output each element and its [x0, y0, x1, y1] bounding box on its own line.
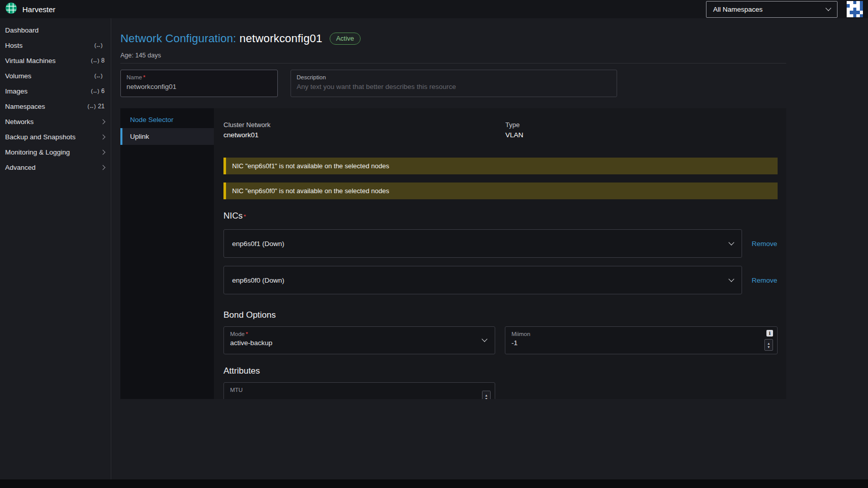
sidebar-item-label: Hosts [5, 42, 94, 49]
description-field: Description [291, 70, 617, 97]
sidebar-item-hosts[interactable]: Hosts (↔) [0, 38, 111, 53]
nic-select-value: enp6s0f1 (Down) [232, 240, 284, 248]
chevron-right-icon [101, 134, 106, 139]
attributes-heading: Attributes [223, 366, 778, 376]
sidebar-item-label: Virtual Machines [5, 57, 91, 65]
harvester-logo-icon [5, 2, 17, 16]
mode-label: Mode [230, 331, 245, 337]
name-field: Name* [120, 70, 278, 97]
status-badge: Active [330, 33, 361, 45]
description-input[interactable] [297, 80, 611, 90]
sidebar-item-networks[interactable]: Networks [0, 114, 111, 129]
page-title-prefix: Network Configuration: [120, 32, 236, 45]
nics-heading: NICs* [223, 211, 778, 221]
sidebar-item-images[interactable]: Images (↔) 6 [0, 83, 111, 99]
user-avatar[interactable] [847, 1, 863, 17]
header-divider [120, 63, 786, 64]
name-description-row: Name* Description [120, 70, 786, 97]
sidebar-item-label: Dashboard [5, 26, 105, 34]
required-asterisk: * [244, 214, 246, 220]
number-stepper[interactable]: ▲▼ [764, 339, 773, 351]
count-meter-icon: (↔) [91, 57, 99, 64]
nic-row: enp6s0f0 (Down) Remove [223, 266, 778, 294]
mtu-input[interactable] [230, 395, 450, 399]
mtu-field: MTU ▲▼ [223, 382, 495, 399]
chevron-down-icon [728, 276, 734, 282]
count-meter-icon: (↔) [94, 73, 102, 79]
page-title: Network Configuration: networkconfig01 [120, 32, 323, 45]
chevron-right-icon [101, 165, 106, 170]
count-meter-icon: (↔) [87, 103, 95, 109]
description-field-label: Description [297, 74, 611, 80]
sidebar-item-virtual-machines[interactable]: Virtual Machines (↔) 8 [0, 53, 111, 68]
bond-options-heading: Bond Options [223, 310, 778, 320]
sidebar-item-label: Volumes [5, 72, 94, 80]
sidebar-item-backup-and-snapshots[interactable]: Backup and Snapshots [0, 129, 111, 144]
count-meter-icon: (↔) [91, 88, 99, 94]
type-group: Type VLAN [505, 121, 523, 139]
page-title-row: Network Configuration: networkconfig01 A… [120, 32, 786, 45]
main-content: Network Configuration: networkconfig01 A… [112, 18, 868, 479]
type-label: Type [505, 121, 523, 129]
miimon-label: Miimon [511, 331, 771, 337]
nic-warning-banner: NIC "enp6s0f1" is not available on the s… [223, 158, 778, 174]
sidebar-item-dashboard[interactable]: Dashboard [0, 22, 111, 38]
miimon-input[interactable] [511, 339, 732, 347]
remove-nic-button[interactable]: Remove [752, 277, 777, 284]
tab-node-selector[interactable]: Node Selector [120, 111, 214, 128]
miimon-field: Miimon i ▲▼ [505, 326, 778, 354]
uplink-tab-content: Cluster Network cnetwork01 Type VLAN NIC… [214, 108, 786, 399]
footer-bar [0, 479, 868, 488]
chevron-right-icon [101, 149, 106, 155]
resource-count: 8 [101, 57, 105, 64]
nic-row: enp6s0f1 (Down) Remove [223, 229, 778, 258]
name-field-label: Name [126, 74, 142, 80]
bond-mode-select[interactable]: Mode* active-backup [223, 326, 495, 354]
sidebar-item-label: Backup and Snapshots [5, 133, 101, 141]
resource-count: 21 [98, 103, 105, 110]
sidebar-item-monitoring-logging[interactable]: Monitoring & Logging [0, 144, 111, 160]
remove-nic-button[interactable]: Remove [752, 240, 777, 248]
number-stepper[interactable]: ▲▼ [482, 391, 491, 400]
brand: Harvester [5, 2, 55, 16]
nic-select[interactable]: enp6s0f1 (Down) [223, 229, 742, 258]
sidebar-item-label: Images [5, 87, 91, 95]
required-asterisk: * [246, 331, 248, 337]
sidebar-item-namespaces[interactable]: Namespaces (↔) 21 [0, 99, 111, 114]
tabbed-panel: Node Selector Uplink Cluster Network cne… [120, 108, 786, 399]
chevron-down-icon [825, 5, 831, 11]
nic-select-value: enp6s0f0 (Down) [232, 277, 284, 284]
cluster-network-value: cnetwork01 [223, 131, 505, 139]
sidebar: Dashboard Hosts (↔) Virtual Machines (↔)… [0, 18, 111, 479]
resource-count: 6 [101, 87, 105, 95]
sidebar-item-advanced[interactable]: Advanced [0, 160, 111, 175]
namespace-filter-value: All Namespaces [713, 6, 763, 13]
mtu-label: MTU [230, 387, 489, 393]
sidebar-item-label: Advanced [5, 164, 101, 171]
brand-name: Harvester [22, 5, 55, 14]
bond-options-row: Mode* active-backup Miimon i ▲▼ [223, 326, 778, 354]
sidebar-item-label: Networks [5, 118, 101, 126]
namespace-filter-select[interactable]: All Namespaces [706, 1, 838, 18]
sidebar-item-label: Namespaces [5, 103, 87, 110]
nic-warning-banner: NIC "enp6s0f0" is not available on the s… [223, 182, 778, 199]
chevron-right-icon [101, 119, 106, 124]
count-meter-icon: (↔) [94, 42, 102, 48]
page-title-name: networkconfig01 [239, 32, 322, 45]
tab-uplink[interactable]: Uplink [120, 128, 214, 145]
sidebar-nav: Dashboard Hosts (↔) Virtual Machines (↔)… [0, 22, 111, 175]
name-input [126, 80, 272, 90]
app-root: Harvester All Namespaces [0, 0, 868, 488]
required-asterisk: * [143, 74, 145, 80]
sidebar-item-volumes[interactable]: Volumes (↔) [0, 68, 111, 83]
cluster-network-group: Cluster Network cnetwork01 [223, 121, 505, 139]
top-header: Harvester All Namespaces [0, 0, 868, 18]
nic-select[interactable]: enp6s0f0 (Down) [223, 266, 742, 294]
header-right: All Namespaces [706, 0, 863, 18]
cluster-network-label: Cluster Network [223, 121, 505, 129]
info-icon[interactable]: i [766, 330, 773, 337]
type-value: VLAN [505, 131, 523, 139]
sidebar-item-label: Monitoring & Logging [5, 148, 101, 156]
network-summary-row: Cluster Network cnetwork01 Type VLAN [223, 121, 778, 139]
tab-list: Node Selector Uplink [120, 108, 214, 399]
